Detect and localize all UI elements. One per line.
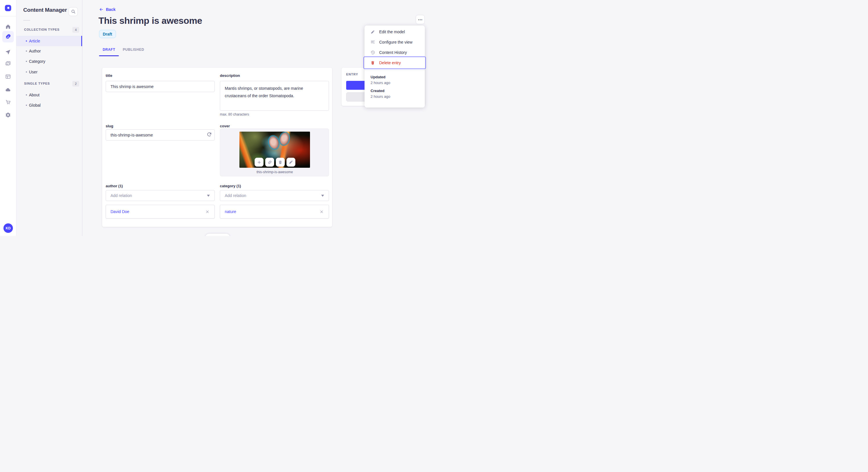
strapi-logo[interactable]: [5, 5, 11, 11]
description-textarea[interactable]: Mantis shrimps, or stomatopods, are mari…: [220, 81, 329, 111]
add-media-button[interactable]: [255, 158, 264, 167]
sidebar-item-about[interactable]: About: [17, 90, 82, 100]
category-label: category (1): [220, 184, 241, 188]
shopping-cart-icon: [5, 99, 11, 105]
slug-input[interactable]: [105, 129, 215, 140]
content-manager-subnav: Content Manager COLLECTION TYPES 4 Artic…: [17, 0, 82, 236]
slug-label: slug: [105, 124, 113, 128]
category-relation-select[interactable]: Add relation: [220, 190, 329, 201]
nav-home[interactable]: [2, 21, 14, 32]
user-avatar[interactable]: KD: [3, 224, 13, 233]
menu-item-configure-the-view[interactable]: Configure the view: [365, 37, 425, 47]
remove-author-button[interactable]: [204, 208, 210, 215]
layout-icon: [5, 74, 11, 79]
history-clock-icon: [371, 50, 375, 55]
title-label: title: [105, 73, 112, 78]
category-relation-link[interactable]: nature: [225, 209, 318, 214]
category-relation-item: nature: [220, 205, 329, 218]
nav-divider: [0, 16, 16, 16]
sidebar-item-label: Category: [29, 59, 45, 64]
bullet-icon: [26, 105, 27, 106]
sidebar-item-user[interactable]: User: [17, 67, 82, 77]
collection-types-count: 4: [72, 27, 79, 33]
author-relation-item: David Doe: [105, 205, 215, 218]
copy-link-button[interactable]: [265, 158, 274, 167]
pencil-icon: [371, 30, 375, 34]
link-icon: [268, 160, 272, 165]
sidebar-item-label: Author: [29, 49, 41, 53]
section-collection-types: COLLECTION TYPES: [24, 28, 59, 31]
menu-item-content-history[interactable]: Content History: [365, 47, 425, 58]
category-relation-placeholder: Add relation: [225, 193, 321, 198]
sidebar-item-category[interactable]: Category: [17, 56, 82, 67]
menu-item-edit-the-model[interactable]: Edit the model: [365, 27, 425, 37]
menu-item-delete-entry[interactable]: Delete entry: [365, 58, 425, 68]
regenerate-slug-button[interactable]: [207, 132, 212, 138]
nav-marketplace[interactable]: [2, 96, 14, 108]
media-library-icon: [5, 61, 11, 67]
nav-content-type-builder[interactable]: [2, 71, 14, 82]
bullet-icon: [26, 61, 27, 62]
cover-actions: [255, 158, 296, 167]
nav-media-library[interactable]: [2, 58, 14, 69]
nav-releases[interactable]: [2, 46, 14, 58]
back-link[interactable]: Back: [99, 7, 115, 12]
home-icon: [5, 24, 11, 30]
tab-draft[interactable]: DRAFT: [99, 47, 119, 53]
sidebar-item-label: Article: [29, 39, 40, 43]
sidebar-item-label: About: [29, 93, 40, 97]
plus-icon: [257, 160, 261, 165]
edit-form-card: title description Mantis shrimps, or sto…: [102, 68, 332, 227]
bottom-panel-handle[interactable]: [205, 234, 230, 236]
search-button[interactable]: [69, 7, 78, 16]
updated-label: Updated: [371, 74, 391, 80]
menu-item-label: Content History: [379, 50, 407, 55]
tab-published[interactable]: PUBLISHED: [121, 47, 146, 53]
menu-item-label: Delete entry: [379, 61, 401, 65]
author-relation-placeholder: Add relation: [111, 193, 207, 198]
cloud-icon: [5, 87, 11, 93]
more-actions-menu: Edit the model Configure the view Conten…: [365, 26, 425, 107]
main-nav: KD: [0, 0, 17, 236]
pencil-icon: [289, 160, 293, 164]
menu-item-label: Configure the view: [379, 40, 412, 44]
more-actions-button[interactable]: ⋯: [415, 15, 425, 24]
chevron-down-icon: [321, 195, 324, 197]
feather-icon: [5, 34, 11, 40]
close-icon: [320, 210, 323, 214]
author-label: author (1): [105, 184, 123, 188]
refresh-icon: [207, 132, 212, 137]
author-relation-select[interactable]: Add relation: [105, 190, 215, 201]
configure-list-icon: [371, 40, 375, 44]
author-relation-link[interactable]: David Doe: [111, 209, 204, 214]
nav-settings[interactable]: [2, 109, 14, 121]
nav-deploy[interactable]: [2, 84, 14, 96]
menu-meta: Updated 2 hours ago Created 2 hours ago: [371, 74, 391, 102]
chevron-down-icon: [207, 195, 210, 197]
page-title: This shrimp is awesome: [98, 15, 202, 26]
sidebar-item-global[interactable]: Global: [17, 100, 82, 110]
bullet-icon: [26, 50, 27, 52]
sidebar-item-author[interactable]: Author: [17, 46, 82, 56]
edit-media-button[interactable]: [286, 158, 296, 167]
trash-icon: [371, 61, 375, 65]
menu-item-label: Edit the model: [379, 30, 405, 34]
bullet-icon: [26, 40, 27, 42]
sidebar-item-label: Global: [29, 103, 40, 107]
description-label: description: [220, 73, 240, 78]
delete-media-button[interactable]: [276, 158, 285, 167]
gear-icon: [5, 112, 11, 118]
title-input[interactable]: [105, 81, 215, 92]
cover-label: cover: [220, 124, 230, 128]
back-arrow-icon: [99, 7, 104, 12]
shrimp-eye: [268, 135, 280, 150]
cover-caption: this-shrimp-is-awesome: [220, 170, 329, 174]
remove-category-button[interactable]: [318, 208, 324, 215]
updated-value: 2 hours ago: [371, 80, 391, 86]
search-icon: [71, 9, 76, 14]
single-types-count: 2: [72, 81, 79, 87]
bullet-icon: [26, 94, 27, 96]
nav-content-manager[interactable]: [2, 31, 14, 42]
sidebar-item-article[interactable]: Article: [17, 36, 82, 46]
trash-icon: [278, 160, 282, 165]
